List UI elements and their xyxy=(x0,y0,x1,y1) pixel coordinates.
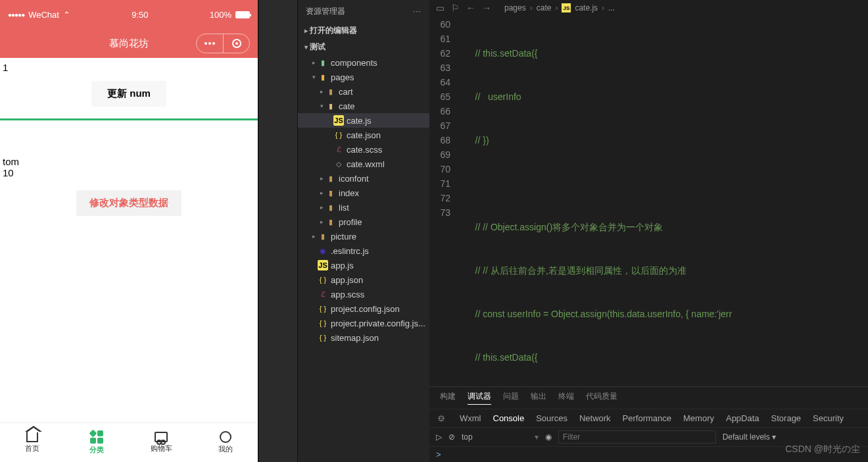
explorer-title: 资源管理器 xyxy=(306,6,345,17)
folder-icon: ▮ xyxy=(318,231,328,242)
tree-profile[interactable]: ▸▮profile xyxy=(298,215,429,229)
levels-select[interactable]: Default levels ▾ xyxy=(723,432,776,442)
cart-icon xyxy=(155,432,168,442)
tab-sources[interactable]: Sources xyxy=(536,413,567,423)
tree-projconf[interactable]: { }project.config.json xyxy=(298,301,429,316)
target-icon xyxy=(232,39,241,48)
editor-toolbar: ▭ ⚐ ← → pages› cate› JS cate.js› ... xyxy=(429,0,868,16)
js-icon: JS xyxy=(318,260,328,270)
window-icon[interactable]: ▭ xyxy=(436,3,445,13)
play-icon[interactable]: ▷ xyxy=(436,432,442,442)
explorer-more-icon[interactable]: ··· xyxy=(413,7,422,16)
tree-iconfont[interactable]: ▸▮iconfont xyxy=(298,171,429,186)
clear-icon[interactable]: ⊘ xyxy=(448,432,455,442)
tab-mine[interactable]: 我的 xyxy=(193,423,258,462)
tab-output[interactable]: 输出 xyxy=(531,391,546,405)
open-editors-header[interactable]: ▸打开的编辑器 xyxy=(298,22,429,39)
folder-open-icon: ▮ xyxy=(318,72,328,82)
tab-appdata[interactable]: AppData xyxy=(726,413,760,423)
capsule-close-button[interactable] xyxy=(223,34,249,53)
nav-back-icon[interactable]: ← xyxy=(466,3,475,13)
file-tree: ▸▮components ▾▮pages ▸▮cart ▾▮cate JScat… xyxy=(298,55,429,345)
eslint-icon: ◉ xyxy=(318,245,328,256)
tree-cart[interactable]: ▸▮cart xyxy=(298,84,429,99)
tree-appjs[interactable]: JSapp.js xyxy=(298,258,429,272)
face-icon xyxy=(220,431,231,443)
watermark: CSDN @时光の尘 xyxy=(785,444,860,455)
breadcrumb[interactable]: pages› cate› JS cate.js› ... xyxy=(504,3,615,13)
update-num-button[interactable]: 更新 num xyxy=(91,81,166,107)
tab-storage[interactable]: Storage xyxy=(771,413,802,423)
tree-components[interactable]: ▸▮components xyxy=(298,55,429,70)
json-icon: { } xyxy=(333,130,344,140)
filter-input[interactable] xyxy=(558,430,716,444)
nav-fwd-icon[interactable]: → xyxy=(482,3,491,13)
carrier-label: WeChat xyxy=(28,10,59,20)
json-icon: { } xyxy=(318,274,328,285)
phone-tabbar: 首页 分类 购物车 我的 xyxy=(0,423,258,462)
tab-debugger[interactable]: 调试器 xyxy=(468,391,491,405)
status-time: 9:50 xyxy=(132,10,148,20)
tab-problems[interactable]: 问题 xyxy=(503,391,519,405)
js-icon: JS xyxy=(562,3,571,13)
devtools-tabs: ⯐ Wxml Console Sources Network Performan… xyxy=(429,409,868,428)
age-value: 10 xyxy=(3,167,255,178)
modify-object-button[interactable]: 修改对象类型数据 xyxy=(76,190,181,216)
folder-icon: ▮ xyxy=(318,57,328,68)
explorer-panel: 资源管理器 ··· ▸打开的编辑器 ▾测试 ▸▮components ▾▮pag… xyxy=(298,0,429,462)
name-value: tom xyxy=(3,156,255,167)
tree-cate[interactable]: ▾▮cate xyxy=(298,99,429,113)
tree-sitemap[interactable]: { }sitemap.json xyxy=(298,330,429,345)
tab-category[interactable]: 分类 xyxy=(64,423,129,462)
tree-cate-wxml[interactable]: ◇cate.wxml xyxy=(298,157,429,171)
tab-cart[interactable]: 购物车 xyxy=(129,423,193,462)
phone-body: 1 更新 num tom 10 修改对象类型数据 xyxy=(0,58,258,423)
tree-picture[interactable]: ▸▮picture xyxy=(298,229,429,244)
tree-appscss[interactable]: ℰapp.scss xyxy=(298,287,429,301)
tree-projpriv[interactable]: { }project.private.config.js... xyxy=(298,316,429,330)
tab-memory[interactable]: Memory xyxy=(683,413,714,423)
folder-open-icon: ▮ xyxy=(326,101,336,111)
scss-icon: ℰ xyxy=(333,144,344,155)
code-editor[interactable]: 6061626364656667686970717273 // this.set… xyxy=(429,16,868,386)
inspect-icon[interactable]: ⯐ xyxy=(437,413,448,423)
code-content[interactable]: // this.setData({ // userInfo // }) // /… xyxy=(460,16,868,386)
tab-build[interactable]: 构建 xyxy=(440,391,456,405)
folder-icon: ▮ xyxy=(326,173,336,184)
tree-cate-json[interactable]: { }cate.json xyxy=(298,128,429,142)
wxml-icon: ◇ xyxy=(333,159,344,169)
tab-home[interactable]: 首页 xyxy=(0,423,64,462)
scope-select[interactable]: top xyxy=(462,432,473,442)
tab-performance[interactable]: Performance xyxy=(623,413,671,423)
tab-terminal[interactable]: 终端 xyxy=(558,391,574,405)
js-icon: JS xyxy=(333,115,344,126)
tab-wxml[interactable]: Wxml xyxy=(460,413,481,423)
wechat-capsule[interactable] xyxy=(196,34,250,53)
tab-network[interactable]: Network xyxy=(579,413,611,423)
folder-icon: ▮ xyxy=(326,86,336,97)
tree-eslintrc[interactable]: ◉.eslintrc.js xyxy=(298,244,429,258)
folder-icon: ▮ xyxy=(326,217,336,227)
signal-dots-icon: ●●●●● xyxy=(8,11,24,18)
json-icon: { } xyxy=(318,332,328,343)
scss-icon: ℰ xyxy=(318,289,328,299)
tab-security[interactable]: Security xyxy=(813,413,844,423)
category-icon xyxy=(90,430,103,444)
tree-cate-scss[interactable]: ℰcate.scss xyxy=(298,142,429,157)
tree-pages[interactable]: ▾▮pages xyxy=(298,70,429,84)
tree-index[interactable]: ▸▮index xyxy=(298,186,429,200)
tree-appjson[interactable]: { }app.json xyxy=(298,272,429,287)
line-gutter: 6061626364656667686970717273 xyxy=(429,16,460,386)
capsule-menu-button[interactable] xyxy=(197,34,223,53)
tab-quality[interactable]: 代码质量 xyxy=(586,391,617,405)
tree-list[interactable]: ▸▮list xyxy=(298,200,429,215)
home-icon xyxy=(26,432,38,442)
wifi-icon: ⌃ xyxy=(63,10,70,20)
tab-console[interactable]: Console xyxy=(493,413,525,423)
panel-primary-tabs: 构建 调试器 问题 输出 终端 代码质量 xyxy=(429,387,868,409)
simulator-gap xyxy=(258,0,298,462)
eye-icon[interactable]: ◉ xyxy=(545,432,552,442)
tree-cate-js[interactable]: JScate.js xyxy=(298,113,429,128)
project-header[interactable]: ▾测试 xyxy=(298,39,429,55)
bookmark-icon[interactable]: ⚐ xyxy=(451,3,460,13)
